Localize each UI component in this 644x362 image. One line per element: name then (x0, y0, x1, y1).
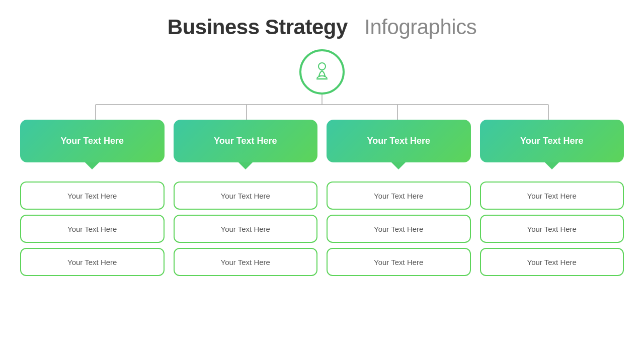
connector-lines (20, 95, 624, 120)
column-3-sub-2-text: Your Text Here (374, 225, 423, 233)
title-light: Infographics (364, 15, 476, 39)
column-1-sub-2: Your Text Here (20, 215, 165, 243)
chess-pawn-icon (310, 60, 334, 84)
column-1-sub-2-text: Your Text Here (67, 225, 117, 233)
column-3-sub-1-text: Your Text Here (374, 192, 423, 200)
title-bold: Business Strategy (168, 15, 348, 39)
column-2-sub-1-text: Your Text Here (221, 192, 270, 200)
column-3-sub-1: Your Text Here (327, 182, 471, 210)
page-title: Business Strategy Infographics (168, 15, 476, 39)
svg-point-0 (318, 63, 326, 70)
column-2-sub-2-text: Your Text Here (221, 225, 270, 233)
page: Business Strategy Infographics (0, 0, 644, 362)
column-1-sub-1-text: Your Text Here (67, 192, 117, 200)
column-2-sub-1: Your Text Here (174, 182, 318, 210)
column-2-sub-3-text: Your Text Here (221, 258, 270, 266)
column-2-header-text: Your Text Here (214, 136, 277, 146)
column-1: Your Text Here Your Text Here Your Text … (20, 120, 165, 347)
column-3-header: Your Text Here (327, 120, 471, 162)
column-4-sub-1-text: Your Text Here (527, 192, 577, 200)
column-3: Your Text Here Your Text Here Your Text … (327, 120, 471, 347)
column-4-sub-3: Your Text Here (480, 248, 624, 276)
column-1-header: Your Text Here (20, 120, 165, 162)
column-2-sub-2: Your Text Here (174, 215, 318, 243)
column-2-sub-3: Your Text Here (174, 248, 318, 276)
column-1-sub-3: Your Text Here (20, 248, 165, 276)
column-2-header: Your Text Here (174, 120, 318, 162)
column-4-header: Your Text Here (480, 120, 624, 162)
column-3-header-text: Your Text Here (367, 136, 430, 146)
column-3-sub-2: Your Text Here (327, 215, 471, 243)
column-4-sub-3-text: Your Text Here (527, 258, 577, 266)
column-1-sub-3-text: Your Text Here (67, 258, 117, 266)
column-2: Your Text Here Your Text Here Your Text … (174, 120, 318, 347)
columns-container: Your Text Here Your Text Here Your Text … (20, 120, 624, 347)
column-4: Your Text Here Your Text Here Your Text … (480, 120, 624, 347)
column-4-header-text: Your Text Here (520, 136, 583, 146)
column-4-sub-2: Your Text Here (480, 215, 624, 243)
column-3-sub-3-text: Your Text Here (374, 258, 423, 266)
column-1-sub-1: Your Text Here (20, 182, 165, 210)
diagram: Your Text Here Your Text Here Your Text … (20, 49, 624, 347)
connector-svg (20, 95, 624, 120)
strategy-icon-circle (299, 49, 345, 95)
column-4-sub-2-text: Your Text Here (527, 225, 577, 233)
column-3-sub-3: Your Text Here (327, 248, 471, 276)
column-1-header-text: Your Text Here (61, 136, 124, 146)
column-4-sub-1: Your Text Here (480, 182, 624, 210)
